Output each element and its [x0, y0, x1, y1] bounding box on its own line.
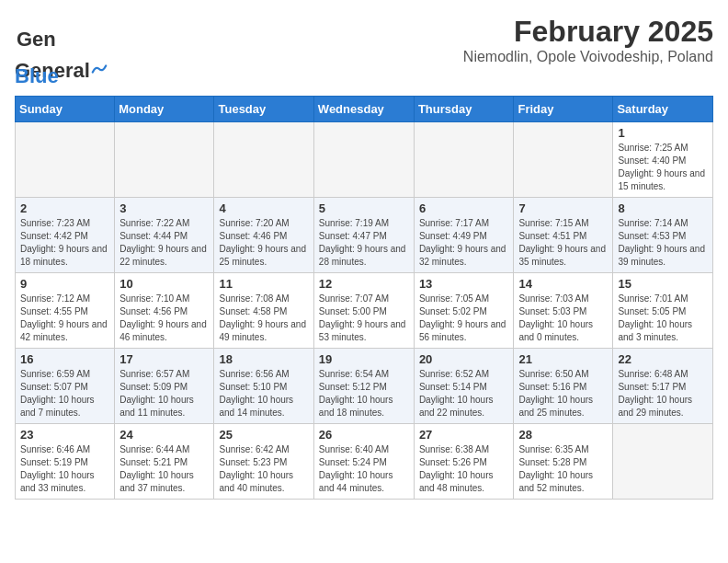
day-number: 21	[518, 352, 608, 366]
calendar-week-row: 16Sunrise: 6:59 AM Sunset: 5:07 PM Dayli…	[16, 349, 713, 424]
calendar-week-row: 1Sunrise: 7:25 AM Sunset: 4:40 PM Daylig…	[16, 122, 713, 198]
calendar-day-cell: 23Sunrise: 6:46 AM Sunset: 5:19 PM Dayli…	[16, 424, 115, 500]
day-number: 8	[618, 201, 708, 215]
day-number: 9	[20, 277, 109, 291]
calendar-day-cell: 3Sunrise: 7:22 AM Sunset: 4:44 PM Daylig…	[115, 198, 214, 273]
day-info: Sunrise: 7:03 AM Sunset: 5:03 PM Dayligh…	[518, 293, 608, 344]
calendar-day-cell: 5Sunrise: 7:19 AM Sunset: 4:47 PM Daylig…	[313, 198, 414, 273]
weekday-header-row: SundayMondayTuesdayWednesdayThursdayFrid…	[16, 97, 713, 122]
day-info: Sunrise: 7:20 AM Sunset: 4:46 PM Dayligh…	[219, 217, 308, 269]
day-number: 5	[319, 201, 409, 215]
calendar-day-cell	[16, 122, 115, 198]
day-number: 19	[319, 352, 409, 366]
day-info: Sunrise: 7:01 AM Sunset: 5:05 PM Dayligh…	[618, 293, 708, 344]
calendar-day-cell: 18Sunrise: 6:56 AM Sunset: 5:10 PM Dayli…	[214, 349, 313, 424]
day-info: Sunrise: 6:35 AM Sunset: 5:28 PM Dayligh…	[518, 443, 608, 495]
day-info: Sunrise: 7:10 AM Sunset: 4:56 PM Dayligh…	[119, 293, 209, 344]
day-number: 18	[219, 352, 308, 366]
day-info: Sunrise: 6:46 AM Sunset: 5:19 PM Dayligh…	[20, 443, 109, 495]
day-info: Sunrise: 6:57 AM Sunset: 5:09 PM Dayligh…	[119, 368, 209, 419]
calendar-day-cell: 17Sunrise: 6:57 AM Sunset: 5:09 PM Dayli…	[115, 349, 214, 424]
calendar-day-cell: 1Sunrise: 7:25 AM Sunset: 4:40 PM Daylig…	[613, 122, 713, 198]
calendar-day-cell	[514, 122, 613, 198]
calendar-day-cell: 19Sunrise: 6:54 AM Sunset: 5:12 PM Dayli…	[313, 349, 414, 424]
day-number: 20	[419, 352, 509, 366]
day-number: 14	[518, 277, 608, 291]
day-number: 23	[20, 428, 109, 442]
day-info: Sunrise: 7:22 AM Sunset: 4:44 PM Dayligh…	[119, 217, 209, 269]
day-number: 15	[618, 277, 708, 291]
day-number: 25	[219, 428, 308, 442]
calendar-day-cell: 2Sunrise: 7:23 AM Sunset: 4:42 PM Daylig…	[16, 198, 115, 273]
day-info: Sunrise: 7:07 AM Sunset: 5:00 PM Dayligh…	[319, 293, 409, 344]
page-header: General General Blue February 2025 Niemo…	[15, 15, 713, 88]
calendar-day-cell: 15Sunrise: 7:01 AM Sunset: 5:05 PM Dayli…	[613, 273, 713, 349]
calendar-week-row: 9Sunrise: 7:12 AM Sunset: 4:55 PM Daylig…	[16, 273, 713, 349]
weekday-header-sunday: Sunday	[16, 97, 115, 122]
day-number: 2	[20, 201, 109, 215]
calendar-day-cell: 21Sunrise: 6:50 AM Sunset: 5:16 PM Dayli…	[514, 349, 613, 424]
calendar-week-row: 2Sunrise: 7:23 AM Sunset: 4:42 PM Daylig…	[16, 198, 713, 273]
day-info: Sunrise: 6:52 AM Sunset: 5:14 PM Dayligh…	[419, 368, 509, 419]
calendar-day-cell: 27Sunrise: 6:38 AM Sunset: 5:26 PM Dayli…	[414, 424, 514, 500]
logo-blue: Blue	[15, 64, 59, 88]
day-number: 4	[219, 201, 308, 215]
calendar-day-cell: 11Sunrise: 7:08 AM Sunset: 4:58 PM Dayli…	[214, 273, 313, 349]
day-number: 28	[518, 428, 608, 442]
calendar-day-cell: 6Sunrise: 7:17 AM Sunset: 4:49 PM Daylig…	[414, 198, 514, 273]
day-info: Sunrise: 6:44 AM Sunset: 5:21 PM Dayligh…	[119, 443, 209, 495]
day-number: 24	[119, 428, 209, 442]
day-number: 12	[319, 277, 409, 291]
day-info: Sunrise: 6:40 AM Sunset: 5:24 PM Dayligh…	[319, 443, 409, 495]
day-number: 11	[219, 277, 308, 291]
calendar-day-cell: 8Sunrise: 7:14 AM Sunset: 4:53 PM Daylig…	[613, 198, 713, 273]
day-info: Sunrise: 7:17 AM Sunset: 4:49 PM Dayligh…	[419, 217, 509, 269]
calendar-day-cell	[613, 424, 713, 500]
day-info: Sunrise: 7:05 AM Sunset: 5:02 PM Dayligh…	[419, 293, 509, 344]
calendar-day-cell: 28Sunrise: 6:35 AM Sunset: 5:28 PM Dayli…	[514, 424, 613, 500]
calendar-day-cell: 13Sunrise: 7:05 AM Sunset: 5:02 PM Dayli…	[414, 273, 514, 349]
calendar-day-cell: 20Sunrise: 6:52 AM Sunset: 5:14 PM Dayli…	[414, 349, 514, 424]
weekday-header-friday: Friday	[514, 97, 613, 122]
calendar-day-cell: 26Sunrise: 6:40 AM Sunset: 5:24 PM Dayli…	[313, 424, 414, 500]
calendar-day-cell	[214, 122, 313, 198]
logo: General General Blue	[15, 18, 108, 88]
day-number: 22	[618, 352, 708, 366]
calendar-day-cell: 25Sunrise: 6:42 AM Sunset: 5:23 PM Dayli…	[214, 424, 313, 500]
day-number: 16	[20, 352, 109, 366]
day-number: 1	[618, 126, 708, 140]
weekday-header-wednesday: Wednesday	[313, 97, 414, 122]
day-info: Sunrise: 6:56 AM Sunset: 5:10 PM Dayligh…	[219, 368, 308, 419]
calendar-day-cell: 14Sunrise: 7:03 AM Sunset: 5:03 PM Dayli…	[514, 273, 613, 349]
title-block: February 2025 Niemodlin, Opole Voivodesh…	[463, 15, 713, 65]
day-number: 3	[119, 201, 209, 215]
day-info: Sunrise: 6:38 AM Sunset: 5:26 PM Dayligh…	[419, 443, 509, 495]
calendar-day-cell: 10Sunrise: 7:10 AM Sunset: 4:56 PM Dayli…	[115, 273, 214, 349]
day-info: Sunrise: 7:08 AM Sunset: 4:58 PM Dayligh…	[219, 293, 308, 344]
calendar-day-cell: 9Sunrise: 7:12 AM Sunset: 4:55 PM Daylig…	[16, 273, 115, 349]
day-info: Sunrise: 7:25 AM Sunset: 4:40 PM Dayligh…	[618, 142, 708, 193]
day-info: Sunrise: 6:48 AM Sunset: 5:17 PM Dayligh…	[618, 368, 708, 419]
day-info: Sunrise: 7:19 AM Sunset: 4:47 PM Dayligh…	[319, 217, 409, 269]
logo-wave-icon	[91, 61, 108, 77]
day-number: 27	[419, 428, 509, 442]
calendar-table: SundayMondayTuesdayWednesdayThursdayFrid…	[15, 96, 713, 500]
calendar-day-cell: 22Sunrise: 6:48 AM Sunset: 5:17 PM Dayli…	[613, 349, 713, 424]
weekday-header-saturday: Saturday	[613, 97, 713, 122]
day-info: Sunrise: 7:15 AM Sunset: 4:51 PM Dayligh…	[518, 217, 608, 269]
page-subtitle: Niemodlin, Opole Voivodeship, Poland	[463, 49, 713, 65]
calendar-week-row: 23Sunrise: 6:46 AM Sunset: 5:19 PM Dayli…	[16, 424, 713, 500]
calendar-day-cell	[115, 122, 214, 198]
day-info: Sunrise: 6:50 AM Sunset: 5:16 PM Dayligh…	[518, 368, 608, 419]
day-info: Sunrise: 6:42 AM Sunset: 5:23 PM Dayligh…	[219, 443, 308, 495]
day-info: Sunrise: 7:14 AM Sunset: 4:53 PM Dayligh…	[618, 217, 708, 269]
weekday-header-tuesday: Tuesday	[214, 97, 313, 122]
day-number: 10	[119, 277, 209, 291]
calendar-day-cell	[313, 122, 414, 198]
day-number: 13	[419, 277, 509, 291]
weekday-header-monday: Monday	[115, 97, 214, 122]
page-title: February 2025	[463, 15, 713, 49]
day-number: 7	[518, 201, 608, 215]
calendar-day-cell: 24Sunrise: 6:44 AM Sunset: 5:21 PM Dayli…	[115, 424, 214, 500]
day-info: Sunrise: 7:23 AM Sunset: 4:42 PM Dayligh…	[20, 217, 109, 269]
